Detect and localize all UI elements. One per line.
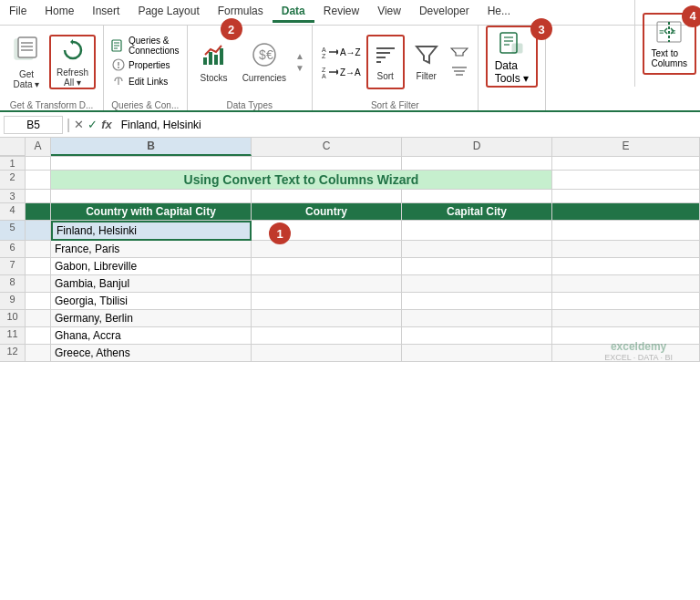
cell-d5[interactable] (402, 221, 552, 241)
edit-links-btn[interactable]: Edit Links (111, 74, 168, 88)
menu-page-layout[interactable]: Page Layout (129, 2, 208, 23)
reapply-button[interactable] (448, 45, 470, 61)
row-header-10[interactable]: 10 (0, 310, 26, 327)
row-header-2[interactable]: 2 (0, 171, 26, 190)
advanced-button[interactable] (448, 63, 470, 79)
cell-b6[interactable]: France, Paris (51, 241, 252, 258)
cell-d7[interactable] (402, 258, 552, 275)
cell-d10[interactable] (402, 310, 552, 327)
cell-a3[interactable] (26, 190, 51, 203)
cell-b7[interactable]: Gabon, Libreville (51, 258, 252, 275)
cell-d6[interactable] (402, 241, 552, 258)
col-header-b[interactable]: B (51, 138, 252, 156)
cell-e10[interactable] (552, 310, 700, 327)
cell-a10[interactable] (26, 310, 51, 327)
cell-c3[interactable] (252, 190, 402, 203)
formula-input[interactable] (116, 119, 696, 131)
cell-c7[interactable] (252, 258, 402, 275)
sort-az-button[interactable]: AZ A→Z (320, 43, 363, 61)
cell-d4-header[interactable]: Capital City (402, 203, 552, 221)
cell-b10[interactable]: Germany, Berlin (51, 310, 252, 327)
cell-c4-header[interactable]: Country (252, 203, 402, 221)
cell-d12[interactable] (402, 345, 552, 362)
cell-e9[interactable] (552, 293, 700, 310)
scroll-up-icon[interactable]: ▲ (295, 51, 304, 61)
menu-home[interactable]: Home (36, 2, 83, 23)
row-header-6[interactable]: 6 (0, 241, 26, 258)
col-header-d[interactable]: D (402, 138, 552, 156)
scroll-down-icon[interactable]: ▼ (295, 63, 304, 73)
cell-d8[interactable] (402, 275, 552, 293)
cell-e4-header[interactable] (552, 203, 700, 221)
cell-d11[interactable] (402, 327, 552, 345)
cell-c9[interactable] (252, 293, 402, 310)
col-header-a[interactable]: A (26, 138, 51, 156)
cell-e6[interactable] (552, 241, 700, 258)
menu-view[interactable]: View (368, 2, 410, 23)
fx-button[interactable]: fx (101, 118, 112, 131)
get-data-button[interactable]: GetData ▾ (7, 35, 46, 89)
filter-button[interactable]: Filter (408, 35, 445, 89)
cell-a5[interactable] (26, 221, 51, 241)
row-header-5[interactable]: 5 (0, 221, 26, 241)
cell-c1[interactable] (252, 157, 402, 171)
properties-btn[interactable]: Properties (111, 57, 170, 72)
cell-c8[interactable] (252, 275, 402, 293)
refresh-all-button[interactable]: RefreshAll ▾ (49, 35, 96, 89)
currencies-button[interactable]: $€ Currencies (237, 35, 292, 89)
row-header-4[interactable]: 4 (0, 203, 26, 221)
cell-d9[interactable] (402, 293, 552, 310)
cell-c6[interactable] (252, 241, 402, 258)
row-header-7[interactable]: 7 (0, 258, 26, 275)
stocks-button[interactable]: Stocks (195, 35, 233, 89)
cell-b9[interactable]: Georgia, Tbilisi (51, 293, 252, 310)
menu-insert[interactable]: Insert (83, 2, 129, 23)
cell-b1[interactable] (51, 157, 252, 171)
cell-a6[interactable] (26, 241, 51, 258)
cell-a7[interactable] (26, 258, 51, 275)
cell-b3[interactable] (51, 190, 252, 203)
row-header-12[interactable]: 12 (0, 345, 26, 362)
cell-c11[interactable] (252, 327, 402, 345)
cell-b8[interactable]: Gambia, Banjul (51, 275, 252, 293)
cell-b11[interactable]: Ghana, Accra (51, 327, 252, 345)
cell-a9[interactable] (26, 293, 51, 310)
queries-btn[interactable]: Queries &Connections (111, 36, 180, 56)
cell-d1[interactable] (402, 157, 552, 171)
menu-developer[interactable]: Developer (410, 2, 479, 23)
cell-a1[interactable] (26, 157, 51, 171)
cell-e1[interactable] (552, 157, 700, 171)
cell-e5[interactable] (552, 221, 700, 241)
cell-b2-title[interactable]: Using Convert Text to Columns Wizard (51, 171, 552, 190)
menu-data[interactable]: Data (273, 2, 314, 23)
menu-file[interactable]: File (0, 2, 36, 23)
cell-c12[interactable] (252, 345, 402, 362)
cell-e3[interactable] (552, 190, 700, 203)
sort-button[interactable]: Sort (366, 35, 405, 89)
menu-help[interactable]: He... (479, 2, 520, 23)
col-header-e[interactable]: E (552, 138, 700, 156)
cell-d3[interactable] (402, 190, 552, 203)
cell-b4-header[interactable]: Country with Capital City (51, 203, 252, 221)
cell-c10[interactable] (252, 310, 402, 327)
cancel-icon[interactable]: ✕ (74, 118, 84, 131)
row-header-11[interactable]: 11 (0, 327, 26, 345)
cell-a4[interactable] (26, 203, 51, 221)
cell-e7[interactable] (552, 258, 700, 275)
cell-a8[interactable] (26, 275, 51, 293)
cell-a11[interactable] (26, 327, 51, 345)
menu-formulas[interactable]: Formulas (209, 2, 273, 23)
row-header-1[interactable]: 1 (0, 157, 26, 171)
cell-reference[interactable] (4, 116, 63, 134)
menu-review[interactable]: Review (314, 2, 368, 23)
row-header-8[interactable]: 8 (0, 275, 26, 293)
confirm-icon[interactable]: ✓ (88, 118, 98, 131)
data-tools-button[interactable]: DataTools ▾ (486, 26, 538, 88)
cell-e8[interactable] (552, 275, 700, 293)
cell-b5[interactable]: Finland, Helsinki (51, 221, 252, 241)
cell-e2[interactable] (552, 171, 700, 190)
cell-a12[interactable] (26, 345, 51, 362)
row-header-3[interactable]: 3 (0, 190, 26, 203)
cell-b12[interactable]: Greece, Athens (51, 345, 252, 362)
cell-a2[interactable] (26, 171, 51, 190)
